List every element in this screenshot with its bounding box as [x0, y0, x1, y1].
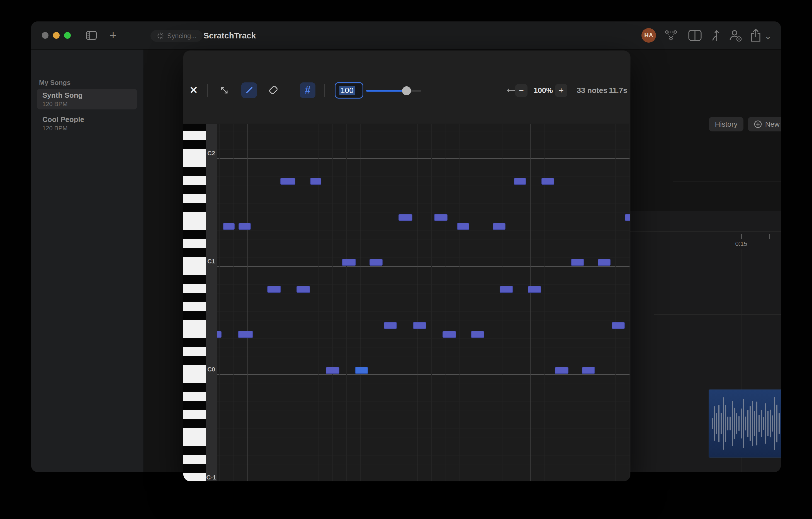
piano-key-white[interactable] — [183, 428, 206, 437]
piano-key-black[interactable] — [183, 446, 206, 455]
piano-key-black[interactable] — [183, 167, 206, 176]
midi-note[interactable] — [399, 214, 412, 221]
note-length-slider[interactable] — [366, 89, 421, 92]
expand-tool-icon[interactable] — [216, 83, 232, 98]
piano-key-black[interactable] — [183, 311, 206, 320]
piano-key-black[interactable] — [183, 248, 206, 257]
song-list-item[interactable]: Synth Song120 BPM — [37, 89, 137, 110]
piano-key-black[interactable] — [183, 140, 206, 149]
close-icon[interactable]: ✕ — [186, 83, 201, 98]
song-list-item[interactable]: Cool People120 BPM — [37, 113, 137, 134]
piano-key-black[interactable] — [183, 124, 206, 131]
piano-key-white[interactable] — [183, 194, 206, 203]
piano-key-black[interactable] — [183, 401, 206, 410]
piano-key-white[interactable] — [183, 329, 206, 338]
share-icon[interactable] — [749, 28, 762, 42]
piano-key-white[interactable] — [183, 473, 206, 481]
midi-note[interactable] — [625, 214, 630, 221]
piano-keys[interactable] — [183, 124, 206, 481]
slider-thumb[interactable] — [402, 86, 411, 95]
piano-key-white[interactable] — [183, 257, 206, 266]
piano-key-black[interactable] — [183, 293, 206, 302]
midi-note[interactable] — [500, 286, 513, 293]
piano-key-white[interactable] — [183, 239, 206, 248]
midi-note[interactable] — [370, 259, 383, 266]
midi-note[interactable] — [471, 331, 484, 338]
piano-key-white[interactable] — [183, 284, 206, 293]
midi-note[interactable] — [355, 367, 368, 374]
piano-key-white[interactable] — [183, 149, 206, 158]
midi-note[interactable] — [514, 178, 526, 185]
piano-key-white[interactable] — [183, 410, 206, 419]
branch-graph-icon[interactable] — [664, 29, 678, 41]
midi-note[interactable] — [582, 367, 595, 374]
piano-key-black[interactable] — [183, 419, 206, 428]
midi-note[interactable] — [442, 331, 456, 338]
midi-note[interactable] — [612, 322, 625, 329]
note-length-input[interactable]: 100 — [335, 82, 364, 98]
midi-note[interactable] — [310, 178, 321, 185]
piano-key-black[interactable] — [183, 464, 206, 473]
new-branch-button[interactable]: New Branch — [748, 117, 781, 131]
pencil-tool-button[interactable] — [241, 83, 257, 98]
piano-key-black[interactable] — [183, 203, 206, 212]
sidebar-toggle-icon[interactable] — [86, 30, 97, 41]
midi-note[interactable] — [342, 259, 356, 266]
midi-note[interactable] — [598, 259, 611, 266]
piano-key-white[interactable] — [183, 455, 206, 464]
titlebar: + Syncing... ScratchTrack HA — [31, 22, 781, 50]
piano-key-white[interactable] — [183, 392, 206, 401]
traffic-close-button[interactable] — [42, 32, 49, 39]
avatar[interactable]: HA — [641, 28, 656, 42]
split-view-icon[interactable] — [688, 29, 702, 41]
piano-key-black[interactable] — [183, 338, 206, 347]
midi-note[interactable] — [217, 331, 222, 338]
midi-note[interactable] — [542, 178, 554, 185]
piano-key-white[interactable] — [183, 176, 206, 185]
new-song-button[interactable]: + — [107, 29, 119, 41]
midi-note[interactable] — [457, 223, 469, 230]
add-collaborator-icon[interactable] — [728, 29, 743, 42]
piano-key-white[interactable] — [183, 347, 206, 356]
midi-note[interactable] — [326, 367, 340, 374]
midi-note[interactable] — [296, 286, 310, 293]
traffic-zoom-button[interactable] — [64, 32, 71, 39]
piano-key-white[interactable] — [183, 302, 206, 311]
zoom-in-button[interactable]: + — [555, 84, 567, 97]
note-grid[interactable] — [217, 124, 630, 481]
midi-note[interactable] — [223, 223, 235, 230]
piano-key-black[interactable] — [183, 185, 206, 194]
midi-note[interactable] — [555, 367, 569, 374]
midi-note[interactable] — [493, 223, 505, 230]
snap-grid-button[interactable]: # — [300, 83, 315, 98]
midi-note[interactable] — [238, 331, 253, 338]
piano-key-white[interactable] — [183, 221, 206, 230]
eraser-tool-button[interactable] — [266, 83, 281, 98]
piano-key-white[interactable] — [183, 365, 206, 374]
zoom-out-button[interactable]: − — [515, 84, 527, 97]
midi-note[interactable] — [528, 286, 541, 293]
piano-key-black[interactable] — [183, 383, 206, 392]
piano-key-black[interactable] — [183, 230, 206, 239]
midi-note[interactable] — [434, 214, 447, 221]
traffic-minimize-button[interactable] — [53, 32, 60, 39]
piano-key-white[interactable] — [183, 158, 206, 167]
piano-key-white[interactable] — [183, 212, 206, 221]
audio-clip[interactable] — [708, 390, 781, 457]
midi-note[interactable] — [280, 178, 295, 185]
midi-note[interactable] — [571, 259, 584, 266]
piano-key-white[interactable] — [183, 131, 206, 140]
merge-arrow-icon[interactable] — [710, 29, 722, 42]
midi-note[interactable] — [267, 286, 281, 293]
piano-key-white[interactable] — [183, 266, 206, 275]
chevron-down-icon[interactable]: ⌄ — [763, 31, 773, 41]
midi-note[interactable] — [413, 322, 426, 329]
piano-key-white[interactable] — [183, 437, 206, 446]
piano-key-black[interactable] — [183, 275, 206, 284]
piano-key-white[interactable] — [183, 374, 206, 383]
piano-key-white[interactable] — [183, 320, 206, 329]
midi-note[interactable] — [238, 223, 251, 230]
piano-key-black[interactable] — [183, 356, 206, 365]
midi-note[interactable] — [384, 322, 397, 329]
history-button[interactable]: History — [709, 117, 744, 131]
